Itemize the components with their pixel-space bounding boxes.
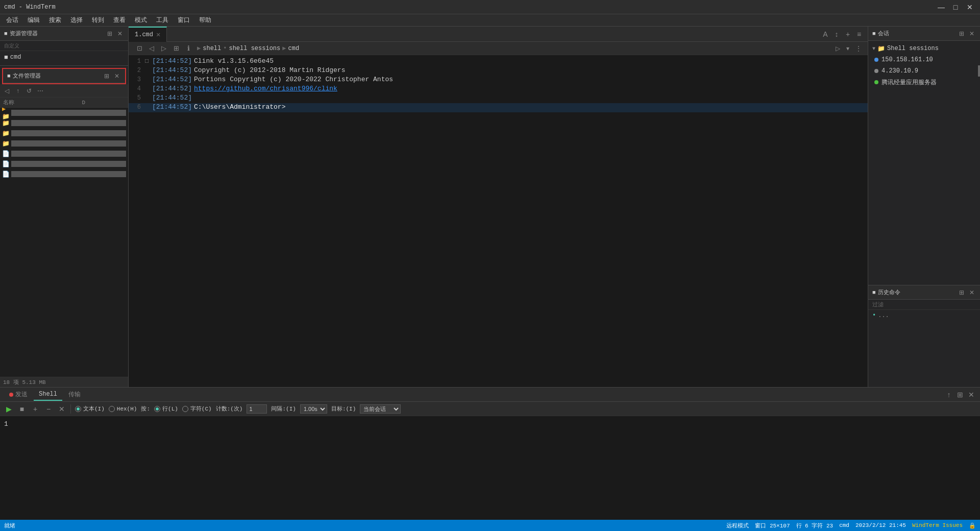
terminal-breadcrumb: ⊡ ◁ ▷ ⊞ ℹ ▶ shell • shell sessions ▶ cmd… [129, 42, 868, 55]
terminal-nav-btn-4[interactable]: ⊞ [172, 44, 181, 53]
history-item-1[interactable]: • ... [872, 312, 976, 319]
list-item[interactable]: 📄 [0, 159, 128, 169]
bc-cmd[interactable]: cmd [288, 45, 300, 52]
bottom-pin-btn[interactable]: ⊞ [955, 390, 965, 399]
tab-close-btn[interactable]: ✕ [156, 30, 160, 39]
char-option[interactable]: 字符(C) [182, 405, 212, 413]
menu-help[interactable]: 帮助 [195, 15, 215, 26]
sessions-pin-btn[interactable]: ⊞ [958, 30, 966, 38]
bottom-expand-btn[interactable]: ↑ [944, 390, 953, 399]
menu-edit[interactable]: 编辑 [23, 15, 44, 26]
row-option[interactable]: 行(L) [154, 405, 178, 413]
history-close-btn[interactable]: ✕ [968, 288, 976, 297]
term-line-6: 6 [21:44:52] C:\Users\Administrator> [129, 103, 868, 112]
terminal-nav-btn-5[interactable]: ℹ [184, 44, 193, 53]
text-option[interactable]: 文本(I) [75, 405, 105, 413]
terminal-nav-btn-2[interactable]: ◁ [147, 44, 156, 53]
left-sidebar: ■ 资源管理器 ⊞ ✕ 自定义 ■ cmd ■ [0, 27, 129, 387]
target-select[interactable]: 当前会话 [360, 404, 401, 414]
ts-2: [21:44:52] [152, 66, 192, 74]
char-radio[interactable] [182, 406, 188, 412]
session-item-2[interactable]: 4.230.10.9 [868, 65, 980, 77]
resource-panel-label: 资源管理器 [10, 30, 38, 37]
tab-shell-label: Shell [39, 391, 57, 398]
menu-select[interactable]: 选择 [66, 15, 87, 26]
terminal-nav-btn-3[interactable]: ▷ [159, 44, 168, 53]
history-label: 历史命令 [878, 288, 900, 296]
add-btn[interactable]: + [31, 404, 40, 414]
interval-select[interactable]: 1.00s [300, 404, 327, 414]
bc-shell-sessions[interactable]: shell sessions [229, 45, 280, 52]
list-item[interactable]: ▶ 📁 [0, 108, 128, 118]
tab-cmd[interactable]: 1.cmd ✕ [129, 27, 167, 42]
resource-panel-pin-btn[interactable]: ⊞ [106, 30, 114, 38]
tab-send[interactable]: 发送 [4, 389, 33, 401]
tab-bar-menu-btn[interactable]: ≡ [854, 30, 864, 39]
file-panel-header: ■ 文件管理器 ⊞ ✕ [3, 69, 125, 83]
hex-radio[interactable] [109, 406, 115, 412]
history-pin-btn[interactable]: ⊞ [958, 288, 966, 297]
maximize-button[interactable]: □ [949, 3, 962, 12]
list-item[interactable]: 📄 [0, 149, 128, 159]
menu-window[interactable]: 窗口 [174, 15, 194, 26]
term-link-1[interactable]: https://github.com/chrisant996/clink [194, 85, 337, 92]
bc-shell[interactable]: shell [203, 45, 221, 52]
terminal-nav-btn-1[interactable]: ⊡ [135, 44, 144, 53]
breadcrumb-actions: ▷ ▾ ⋮ [834, 44, 864, 53]
title-bar: cmd - WindTerm — □ ✕ [0, 0, 980, 14]
list-item[interactable]: 📁 [0, 118, 128, 128]
ts-4: [21:44:52] [152, 85, 192, 92]
line-num-6: 6 [131, 104, 145, 111]
terminal-content[interactable]: 1 □ [21:44:52] Clink v1.3.15.6e6e45 2 [2… [129, 55, 868, 387]
tab-bar-font-btn[interactable]: A [821, 30, 830, 39]
bc-chevron-down-btn[interactable]: ▾ [844, 44, 851, 53]
status-issues[interactable]: WindTerm Issues [912, 522, 963, 528]
session-item-1[interactable]: 150.158.161.10 [868, 54, 980, 65]
subtract-btn[interactable]: − [44, 404, 53, 414]
menu-session[interactable]: 会话 [2, 15, 22, 26]
list-item[interactable]: 📁 [0, 128, 128, 138]
toolbar-close-btn[interactable]: ✕ [57, 404, 66, 414]
menu-view[interactable]: 查看 [109, 15, 130, 26]
menu-mode[interactable]: 模式 [131, 15, 151, 26]
row-radio[interactable] [154, 406, 160, 412]
terminal-toolbar-icons: ⊡ ◁ ▷ ⊞ ℹ [133, 44, 195, 53]
list-item[interactable]: 📁 [0, 138, 128, 149]
tab-transfer[interactable]: 传输 [63, 389, 86, 401]
file-back-btn[interactable]: ◁ [2, 86, 11, 95]
menu-search[interactable]: 搜索 [45, 15, 65, 26]
sessions-close-btn[interactable]: ✕ [968, 30, 976, 38]
press-label: 按: [141, 405, 150, 413]
bc-arrow-right-btn[interactable]: ▷ [834, 44, 842, 53]
count-input[interactable] [247, 404, 267, 414]
menu-tools[interactable]: 工具 [152, 15, 173, 26]
file-more-btn[interactable]: ⋯ [36, 86, 45, 95]
menu-goto[interactable]: 转到 [88, 15, 108, 26]
file-name [11, 151, 126, 157]
hex-option[interactable]: Hex(H) [109, 406, 137, 412]
file-panel-pin-btn[interactable]: ⊞ [103, 72, 111, 80]
resource-panel: ■ 资源管理器 ⊞ ✕ 自定义 ■ cmd [0, 27, 128, 63]
bottom-close-btn[interactable]: ✕ [967, 390, 976, 399]
file-icon: 📄 [2, 160, 10, 168]
close-button[interactable]: ✕ [964, 3, 976, 12]
session-label-1: 150.158.161.10 [881, 56, 933, 63]
tab-transfer-label: 传输 [68, 390, 81, 399]
stop-btn[interactable]: ■ [17, 404, 27, 414]
bc-more-btn[interactable]: ⋮ [853, 44, 864, 53]
text-radio[interactable] [75, 406, 81, 412]
tree-item-cmd[interactable]: ■ cmd [0, 51, 128, 63]
session-group-shell-sessions[interactable]: ▼ 📁 Shell sessions [868, 43, 980, 54]
file-up-btn[interactable]: ↑ [13, 86, 22, 95]
session-item-3[interactable]: 腾讯经量应用服务器 [868, 77, 980, 88]
send-area[interactable]: 1 [0, 416, 980, 520]
file-panel-close-btn[interactable]: ✕ [113, 72, 121, 80]
tab-bar-add-btn[interactable]: + [843, 30, 852, 39]
minimize-button[interactable]: — [935, 3, 947, 12]
list-item[interactable]: 📄 [0, 169, 128, 179]
file-refresh-btn[interactable]: ↺ [24, 86, 34, 95]
tab-bar-split-btn[interactable]: ↕ [832, 30, 841, 39]
resource-panel-close-btn[interactable]: ✕ [116, 30, 124, 38]
tab-shell[interactable]: Shell [34, 389, 62, 401]
play-btn[interactable]: ▶ [4, 404, 13, 414]
